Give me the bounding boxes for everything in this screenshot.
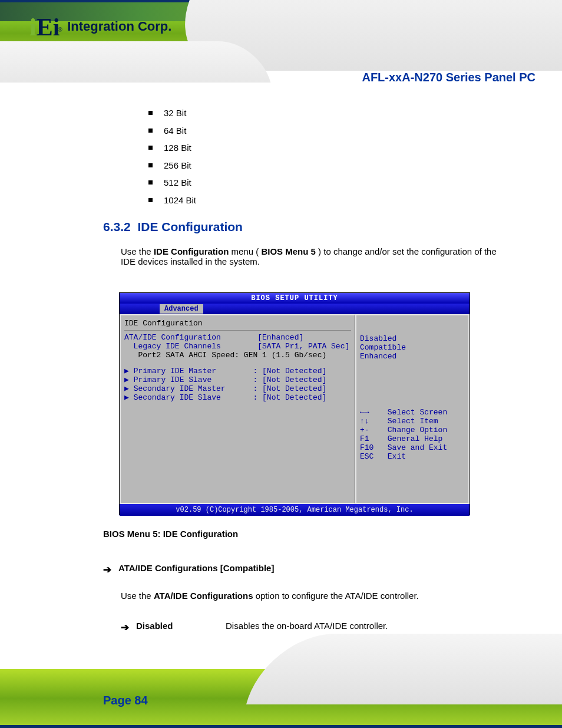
list-item: 64 Bit	[148, 126, 196, 136]
desc-prefix: Use the	[121, 591, 154, 601]
footer-swoosh-icon	[246, 634, 562, 704]
desc-bold: ATA/IDE Configurations	[154, 591, 253, 601]
bios-row: ▶ Secondary IDE Master : [Not Detected]	[124, 384, 351, 393]
bios-screenshot: BIOS SETUP UTILITY Advanced IDE Configur…	[119, 292, 470, 515]
bios-help: ↑↓ Select Item	[360, 417, 465, 426]
product-title: AFL-xxA-N270 Series Panel PC	[362, 71, 535, 84]
section-number: 6.3.2	[103, 220, 131, 233]
bios-option: Enhanced	[360, 352, 465, 361]
bios-right-panel: Disabled Compatible Enhanced ←→ Select S…	[355, 314, 470, 504]
bit-options-list: 32 Bit 64 Bit 128 Bit 256 Bit 512 Bit 10…	[148, 108, 196, 212]
section-description: Use the IDE Configuration menu ( BIOS Me…	[121, 246, 497, 266]
bios-footer: v02.59 (C)Copyright 1985-2005, American …	[120, 504, 470, 516]
desc-line2: IDE devices installed in the system.	[121, 256, 260, 266]
bios-row: Port2 SATA AHCI Speed: GEN 1 (1.5 Gb/sec…	[124, 351, 351, 360]
bios-row: ▶ Secondary IDE Slave : [Not Detected]	[124, 393, 351, 402]
config-option-label: Disabled	[136, 621, 219, 631]
page-number: Page 84	[103, 694, 148, 707]
config-option-row: ➔ Disabled Disables the on-board ATA/IDE…	[121, 621, 388, 634]
bios-help: ESC Exit	[360, 452, 465, 461]
bios-help: F1 General Help	[360, 434, 465, 443]
bios-help: ←→ Select Screen	[360, 408, 465, 417]
bios-option: Compatible	[360, 343, 465, 352]
section-title: IDE Configuration	[137, 220, 242, 233]
logo: iEi ® Integration Corp.	[29, 13, 171, 41]
config-option-text: Disables the on-board ATA/IDE controller…	[226, 621, 388, 631]
list-item: 128 Bit	[148, 143, 196, 153]
list-item: 256 Bit	[148, 160, 196, 170]
bios-option: Disabled	[360, 334, 465, 343]
figure-caption: BIOS Menu 5: IDE Configuration	[103, 529, 238, 539]
desc-tail: ) to change and/or set the configuration…	[318, 246, 497, 256]
footer-band	[0, 669, 562, 728]
logo-iei-icon: iEi	[29, 13, 59, 41]
bios-left-panel: IDE Configuration ATA/IDE Configuration …	[120, 314, 355, 504]
list-item: 1024 Bit	[148, 195, 196, 205]
desc-ref: BIOS Menu 5	[261, 246, 316, 256]
bios-help: F10 Save and Exit	[360, 443, 465, 452]
header-swoosh2-icon	[0, 41, 270, 83]
list-item: 512 Bit	[148, 177, 196, 187]
bios-row: ▶ Primary IDE Slave : [Not Detected]	[124, 375, 351, 384]
desc-suffix: option to configure the ATA/IDE controll…	[256, 591, 419, 601]
bios-section-title: IDE Configuration	[124, 319, 351, 328]
bios-help: +- Change Option	[360, 426, 465, 434]
bios-tabbar: Advanced	[120, 304, 470, 314]
bios-title: BIOS SETUP UTILITY	[120, 293, 470, 304]
config-item-label: ATA/IDE Configurations [Compatible]	[118, 563, 274, 573]
registered-icon: ®	[58, 27, 62, 33]
bios-tab-advanced: Advanced	[160, 304, 203, 314]
config-item-heading: ➔ ATA/IDE Configurations [Compatible]	[103, 563, 274, 576]
desc-text: Use the	[121, 246, 154, 256]
logo-text: Integration Corp.	[67, 19, 171, 34]
desc-suffix: menu (	[232, 246, 259, 256]
list-item: 32 Bit	[148, 108, 196, 118]
arrow-right-icon: ➔	[103, 564, 111, 576]
arrow-right-icon: ➔	[121, 621, 129, 634]
bios-row: Legacy IDE Channels [SATA Pri, PATA Sec]	[124, 342, 351, 351]
section-heading: 6.3.2 IDE Configuration	[103, 220, 243, 234]
bios-body: IDE Configuration ATA/IDE Configuration …	[120, 314, 470, 504]
config-item-description: Use the ATA/IDE Configurations option to…	[121, 591, 474, 601]
bios-row: ATA/IDE Configuration [Enhanced]	[124, 333, 351, 342]
desc-link: IDE Configuration	[154, 246, 229, 256]
bios-row: ▶ Primary IDE Master : [Not Detected]	[124, 367, 351, 375]
